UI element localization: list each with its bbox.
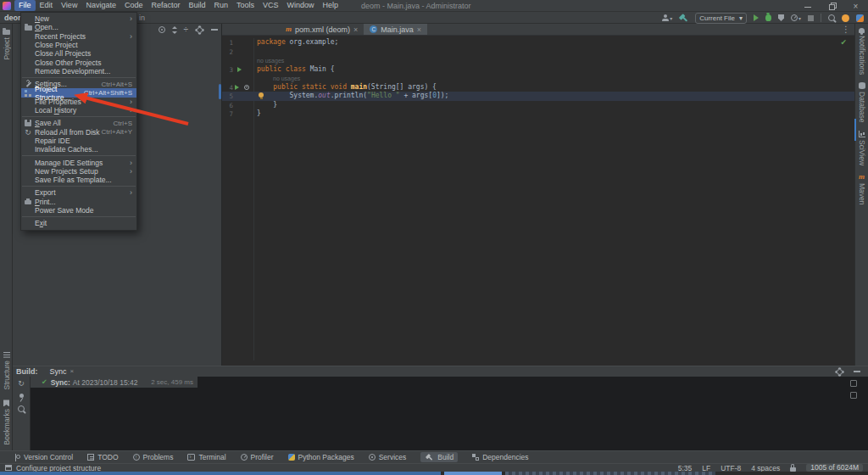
code-line-5[interactable]: 5 System.out.println("Hello " + args[0])…: [222, 92, 854, 101]
run-configuration-select[interactable]: Current File▾: [695, 13, 747, 24]
gear-icon[interactable]: [837, 369, 843, 375]
menu-refactor[interactable]: Refactor: [147, 0, 184, 11]
code-editor[interactable]: 1package org.example;2no usages3public c…: [222, 38, 854, 366]
menu-item-close-project[interactable]: Close Project: [21, 41, 136, 49]
menu-item-open[interactable]: Open...: [21, 23, 136, 31]
menu-build[interactable]: Build: [184, 0, 209, 11]
search-icon[interactable]: [18, 405, 25, 412]
collapse-all-icon[interactable]: ÷: [184, 25, 189, 34]
toolwindow-button-sciview[interactable]: SciView: [858, 131, 866, 165]
status-item-utf-8[interactable]: UTF-8: [721, 464, 741, 472]
toolwindow-button-bookmarks[interactable]: Bookmarks: [0, 400, 13, 445]
menu-code[interactable]: Code: [120, 0, 147, 11]
git-branch-label[interactable]: in: [139, 14, 145, 22]
menu-item-local-history[interactable]: Local History›: [21, 106, 136, 115]
menu-view[interactable]: View: [57, 0, 81, 11]
coverage-button[interactable]: [778, 14, 784, 21]
close-tab-icon[interactable]: ×: [353, 25, 358, 34]
scroll-to-end-icon[interactable]: [850, 392, 857, 399]
menu-item-repair-ide[interactable]: Repair IDE: [21, 137, 136, 145]
code-line-1[interactable]: 1package org.example;: [222, 38, 854, 48]
toolwindow-button-database[interactable]: Database: [858, 82, 866, 122]
menu-item-project-structure[interactable]: Project Structure...Ctrl+Alt+Shift+S: [21, 88, 136, 97]
menu-window[interactable]: Window: [283, 0, 319, 11]
expand-collapse-icon[interactable]: [171, 26, 178, 34]
build-sync-row[interactable]: ✔ Sync: At 2023/10/18 15:42 2 sec, 459 m…: [31, 377, 198, 388]
hide-panel-icon[interactable]: [211, 29, 218, 31]
toolwindow-button-terminal[interactable]: Terminal: [187, 453, 225, 461]
status-item-4-spaces[interactable]: 4 spaces: [751, 464, 780, 472]
toolwindow-button-python-packages[interactable]: Python Packages: [288, 453, 354, 461]
code-line-2[interactable]: 2: [222, 48, 854, 57]
collaborate-button[interactable]: ▾: [662, 14, 672, 21]
menu-item-exit[interactable]: Exit: [21, 219, 136, 227]
menu-item-save-file-as-template[interactable]: Save File as Template...: [21, 176, 136, 184]
toolwindow-button-todo[interactable]: TODO: [87, 453, 118, 461]
status-left[interactable]: Configure project structure: [5, 464, 101, 472]
toolwindow-button-services[interactable]: Services: [369, 453, 407, 461]
toolwindow-button-structure[interactable]: Structure: [0, 351, 13, 390]
menu-item-recent-projects[interactable]: Recent Projects›: [21, 32, 136, 41]
code-line-4[interactable]: 4 public static void main(String[] args)…: [222, 83, 854, 92]
menu-item-print[interactable]: Print...: [21, 198, 136, 206]
menu-item-close-other-projects[interactable]: Close Other Projects: [21, 58, 136, 66]
menu-help[interactable]: Help: [319, 0, 343, 11]
toolwindow-button-version-control[interactable]: Version Control: [14, 453, 73, 461]
memory-indicator[interactable]: 1005 of 6024M: [806, 464, 863, 472]
toolwindow-button-profiler[interactable]: Profiler: [241, 453, 274, 461]
debug-button[interactable]: [765, 14, 771, 21]
run-icon[interactable]: [237, 67, 242, 72]
status-item-5-35[interactable]: 5:35: [678, 464, 693, 472]
gear-icon[interactable]: [197, 27, 203, 33]
run-main-icon[interactable]: [244, 85, 249, 90]
toolwindow-button-build[interactable]: Build: [420, 452, 458, 462]
menu-item-new-projects-setup[interactable]: New Projects Setup›: [21, 167, 136, 176]
close-icon[interactable]: ×: [852, 3, 860, 10]
menu-item-manage-ide-settings[interactable]: Manage IDE Settings›: [21, 158, 136, 166]
editor-tab-pom-xml-deom[interactable]: mpom.xml (deom)×: [280, 24, 364, 35]
soft-wrap-icon[interactable]: [850, 380, 857, 387]
menu-item-new[interactable]: New›: [21, 14, 136, 23]
lock-icon[interactable]: [790, 467, 796, 472]
restore-icon[interactable]: [828, 3, 836, 10]
menu-item-remote-development[interactable]: Remote Development...: [21, 67, 136, 75]
menu-vcs[interactable]: VCS: [259, 0, 283, 11]
menu-run[interactable]: Run: [209, 0, 232, 11]
editor-tab-main-java[interactable]: Main.java×: [364, 24, 427, 35]
ide-update-icon[interactable]: [856, 14, 864, 22]
menu-item-power-save-mode[interactable]: Power Save Mode: [21, 206, 136, 215]
close-tab-icon[interactable]: ×: [417, 25, 421, 34]
menu-item-file-properties[interactable]: File Properties›: [21, 98, 136, 106]
toolwindow-button-problems[interactable]: Problems: [133, 453, 174, 461]
toolwindow-button-project[interactable]: Project: [0, 28, 13, 59]
pin-icon[interactable]: [19, 394, 24, 398]
status-item-lf[interactable]: LF: [702, 464, 710, 472]
minimize-icon[interactable]: [804, 3, 812, 10]
run-button[interactable]: [754, 14, 759, 21]
toolwindow-button-dependencies[interactable]: Dependencies: [472, 453, 528, 461]
build-hammer-icon[interactable]: [679, 14, 688, 22]
close-icon[interactable]: ×: [70, 367, 75, 375]
run-icon[interactable]: [235, 85, 239, 90]
hide-panel-icon[interactable]: [854, 371, 860, 372]
menu-navigate[interactable]: Navigate: [81, 0, 120, 11]
menu-file[interactable]: File: [14, 0, 36, 11]
toolwindow-button-notifications[interactable]: Notifications: [858, 28, 866, 75]
code-line-7[interactable]: 7}: [222, 109, 854, 119]
menu-item-export[interactable]: Export›: [21, 188, 136, 197]
menu-item-reload-all-from-disk[interactable]: ↻Reload All from DiskCtrl+Alt+Y: [21, 128, 136, 137]
toolwindow-button-maven[interactable]: mMaven: [858, 173, 866, 205]
stop-button[interactable]: [808, 15, 814, 21]
menu-item-close-all-projects[interactable]: Close All Projects: [21, 49, 136, 58]
menu-tools[interactable]: Tools: [232, 0, 259, 11]
scrollbar-thumb[interactable]: [219, 84, 221, 99]
menu-edit[interactable]: Edit: [36, 0, 58, 11]
code-line-6[interactable]: 6 }: [222, 101, 854, 110]
select-opened-file-icon[interactable]: [159, 26, 165, 33]
search-everywhere-icon[interactable]: [828, 14, 835, 21]
menu-item-invalidate-caches[interactable]: Invalidate Caches...: [21, 145, 136, 154]
settings-sync-icon[interactable]: [842, 14, 849, 22]
kebab-menu-icon[interactable]: ⋮: [842, 25, 850, 34]
profiler-button[interactable]: ▾: [791, 14, 801, 21]
refresh-icon[interactable]: ↻: [18, 380, 25, 388]
